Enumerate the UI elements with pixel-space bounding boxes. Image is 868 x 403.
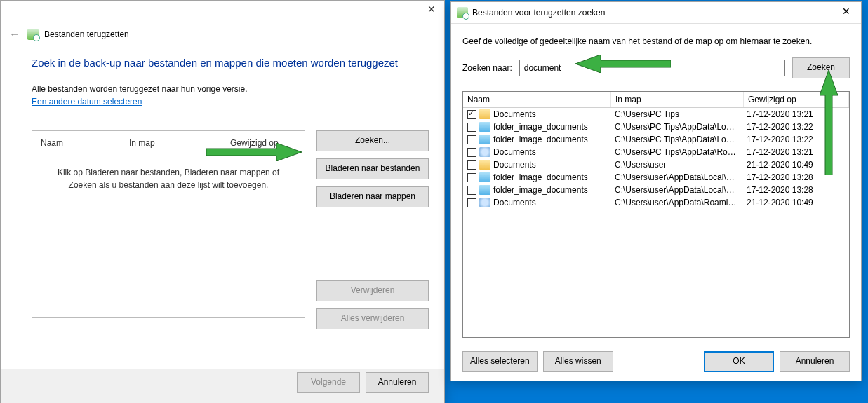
file-name: Documents bbox=[493, 109, 536, 119]
folder-icon bbox=[479, 160, 490, 170]
checkbox[interactable] bbox=[467, 160, 476, 170]
file-name: Documents bbox=[493, 147, 536, 157]
remove-all-button: Alles verwijderen bbox=[316, 308, 429, 329]
cancel-button[interactable]: Annuleren bbox=[366, 372, 429, 393]
file-folder: C:\Users\user\AppData\Roamin... bbox=[610, 198, 742, 207]
search-row: Zoeken naar: Zoeken bbox=[462, 57, 850, 78]
file-date: 17-12-2020 13:21 bbox=[742, 147, 849, 157]
window-title: Bestanden voor terugzetten zoeken bbox=[472, 8, 605, 18]
footer: Alles selecteren Alles wissen OK Annuler… bbox=[462, 351, 850, 372]
table-row[interactable]: folder_image_documentsC:\Users\PC Tips\A… bbox=[463, 121, 849, 133]
checkbox[interactable] bbox=[467, 198, 476, 207]
side-buttons: Zoeken... Bladeren naar bestanden Blader… bbox=[316, 130, 429, 329]
results-list[interactable]: Naam In map Gewijzigd op DocumentsC:\Use… bbox=[462, 91, 850, 338]
body: Zoek in de back-up naar bestanden en map… bbox=[32, 57, 429, 329]
cancel-button[interactable]: Annuleren bbox=[780, 351, 850, 372]
col-date[interactable]: Gewijzigd op bbox=[222, 131, 305, 155]
checkbox[interactable] bbox=[467, 173, 476, 182]
file-folder: C:\Users\user\AppData\Local\Mi... bbox=[610, 172, 742, 182]
file-folder: C:\Users\PC Tips\AppData\Local... bbox=[610, 122, 742, 132]
search-label: Zoeken naar: bbox=[462, 63, 512, 73]
backup-restore-icon bbox=[27, 29, 39, 40]
file-folder: C:\Users\PC Tips\AppData\Local... bbox=[610, 135, 742, 144]
close-icon[interactable]: ✕ bbox=[419, 1, 444, 20]
image-icon bbox=[479, 135, 490, 144]
table-row[interactable]: folder_image_documentsC:\Users\PC Tips\A… bbox=[463, 133, 849, 146]
separator bbox=[1, 46, 444, 46]
backup-restore-icon bbox=[457, 7, 468, 18]
clear-all-button[interactable]: Alles wissen bbox=[543, 351, 613, 372]
checkbox[interactable] bbox=[467, 123, 476, 132]
search-files-window: Bestanden voor terugzetten zoeken ✕ Geef… bbox=[450, 1, 862, 381]
file-date: 21-12-2020 10:49 bbox=[742, 160, 849, 170]
search-input[interactable] bbox=[519, 60, 785, 76]
subtext: Alle bestanden worden teruggezet naar hu… bbox=[32, 84, 429, 94]
list-headers: Naam In map Gewijzigd op bbox=[32, 131, 305, 155]
table-row[interactable]: DocumentsC:\Users\PC Tips17-12-2020 13:2… bbox=[463, 108, 849, 121]
file-date: 17-12-2020 13:22 bbox=[742, 135, 849, 144]
list-rows: DocumentsC:\Users\PC Tips17-12-2020 13:2… bbox=[463, 108, 849, 209]
checkbox[interactable] bbox=[467, 110, 476, 119]
document-icon bbox=[479, 198, 490, 207]
file-name: folder_image_documents bbox=[493, 172, 588, 182]
file-folder: C:\Users\user\AppData\Local\Mi... bbox=[610, 185, 742, 195]
header-bar: ← Bestanden terugzetten bbox=[8, 27, 437, 41]
table-row[interactable]: folder_image_documentsC:\Users\user\AppD… bbox=[463, 184, 849, 196]
col-name[interactable]: Naam bbox=[32, 131, 121, 155]
remove-button: Verwijderen bbox=[316, 280, 429, 301]
select-date-link[interactable]: Een andere datum selecteren bbox=[32, 97, 142, 107]
file-name: folder_image_documents bbox=[493, 122, 588, 132]
file-date: 21-12-2020 10:49 bbox=[742, 198, 849, 207]
empty-placeholder: Klik op Bladeren naar bestanden, Bladere… bbox=[32, 155, 305, 203]
list-headers: Naam In map Gewijzigd op bbox=[463, 92, 849, 108]
file-date: 17-12-2020 13:22 bbox=[742, 122, 849, 132]
checkbox[interactable] bbox=[467, 135, 476, 144]
back-arrow-icon[interactable]: ← bbox=[8, 27, 22, 41]
table-row[interactable]: DocumentsC:\Users\user21-12-2020 10:49 bbox=[463, 158, 849, 171]
image-icon bbox=[479, 185, 490, 195]
file-name: folder_image_documents bbox=[493, 185, 588, 195]
folder-icon bbox=[479, 109, 490, 119]
file-date: 17-12-2020 13:28 bbox=[742, 185, 849, 195]
titlebar: Bestanden voor terugzetten zoeken ✕ bbox=[451, 2, 861, 24]
file-folder: C:\Users\PC Tips\AppData\Roam... bbox=[610, 147, 742, 157]
image-icon bbox=[479, 122, 490, 132]
col-folder[interactable]: In map bbox=[121, 131, 222, 155]
instruction-text: Geef de volledige of gedeeltelijke naam … bbox=[462, 36, 850, 46]
search-button[interactable]: Zoeken... bbox=[316, 130, 429, 151]
col-folder[interactable]: In map bbox=[611, 92, 744, 107]
file-name: Documents bbox=[493, 198, 536, 207]
browse-files-button[interactable]: Bladeren naar bestanden bbox=[316, 158, 429, 179]
table-row[interactable]: DocumentsC:\Users\user\AppData\Roamin...… bbox=[463, 196, 849, 209]
main-area: Naam In map Gewijzigd op Klik op Bladere… bbox=[32, 130, 429, 329]
restore-listbox[interactable]: Naam In map Gewijzigd op Klik op Bladere… bbox=[32, 130, 305, 318]
footer-buttons: Volgende Annuleren bbox=[297, 372, 429, 393]
titlebar: ✕ bbox=[419, 1, 444, 22]
checkbox[interactable] bbox=[467, 148, 476, 157]
document-icon bbox=[479, 147, 490, 157]
close-icon[interactable]: ✕ bbox=[832, 3, 861, 22]
select-all-button[interactable]: Alles selecteren bbox=[462, 351, 538, 372]
checkbox[interactable] bbox=[467, 186, 476, 195]
image-icon bbox=[479, 172, 490, 182]
table-row[interactable]: folder_image_documentsC:\Users\user\AppD… bbox=[463, 171, 849, 184]
col-name[interactable]: Naam bbox=[463, 92, 611, 107]
body: Geef de volledige of gedeeltelijke naam … bbox=[451, 24, 861, 338]
next-button: Volgende bbox=[297, 372, 360, 393]
file-folder: C:\Users\user bbox=[610, 160, 742, 170]
table-row[interactable]: DocumentsC:\Users\PC Tips\AppData\Roam..… bbox=[463, 146, 849, 158]
window-title: Bestanden terugzetten bbox=[44, 29, 129, 39]
col-date[interactable]: Gewijzigd op bbox=[744, 92, 849, 107]
search-button[interactable]: Zoeken bbox=[792, 57, 850, 78]
page-heading: Zoek in de back-up naar bestanden en map… bbox=[32, 57, 429, 69]
file-date: 17-12-2020 13:21 bbox=[742, 109, 849, 119]
file-name: Documents bbox=[493, 160, 536, 170]
file-folder: C:\Users\PC Tips bbox=[610, 109, 742, 119]
restore-files-window: ✕ ← Bestanden terugzetten Zoek in de bac… bbox=[0, 0, 445, 403]
ok-button[interactable]: OK bbox=[704, 351, 774, 372]
browse-folders-button[interactable]: Bladeren naar mappen bbox=[316, 186, 429, 207]
file-date: 17-12-2020 13:28 bbox=[742, 172, 849, 182]
file-name: folder_image_documents bbox=[493, 135, 588, 144]
